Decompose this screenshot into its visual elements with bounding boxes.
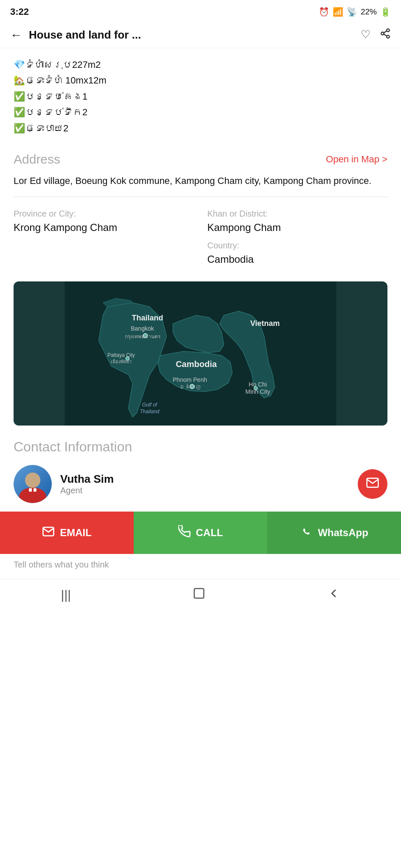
- nav-menu-button[interactable]: |||: [61, 588, 71, 602]
- svg-text:กรุงเทพมหานคร: กรุงเทพมหานคร: [125, 334, 161, 340]
- wifi-icon: 📶: [333, 7, 343, 17]
- svg-line-4: [384, 31, 387, 33]
- district-label: Khan or District:: [208, 209, 388, 219]
- address-section-title: Address: [14, 152, 60, 167]
- svg-text:Pattaya City: Pattaya City: [107, 352, 135, 358]
- email-btn-label: EMAIL: [60, 527, 92, 539]
- svg-text:ភ្នំពេញ: ភ្នំពេញ: [179, 384, 201, 390]
- province-value: Krong Kampong Cham: [14, 220, 201, 235]
- address-section-header: Address Open in Map >: [14, 152, 387, 167]
- battery-icon: 🔋: [380, 7, 391, 17]
- contact-role: Agent: [60, 486, 349, 495]
- location-grid: Province or City: Krong Kampong Cham Kha…: [14, 204, 387, 271]
- status-icons: ⏰ 📶 📡 22% 🔋: [319, 7, 391, 17]
- whatsapp-button[interactable]: WhatsApp: [267, 512, 401, 554]
- alarm-icon: ⏰: [319, 7, 329, 17]
- property-item-3: ✅បន្ទប់ទឹក2: [14, 104, 387, 120]
- call-btn-icon: [178, 525, 191, 541]
- svg-text:Gulf of: Gulf of: [142, 402, 158, 408]
- header-actions: ♡: [361, 28, 391, 42]
- email-round-button[interactable]: [358, 469, 387, 499]
- contact-card: Vutha Sim Agent: [14, 465, 387, 503]
- status-time: 3:22: [10, 6, 29, 17]
- property-item-1: 🏡ផ្ទះទំហំ 10mx12m: [14, 72, 387, 88]
- open-map-link[interactable]: Open in Map >: [326, 154, 387, 165]
- svg-text:Minh City: Minh City: [245, 388, 270, 395]
- back-button[interactable]: ←: [10, 28, 22, 42]
- svg-text:Vietnam: Vietnam: [250, 319, 280, 328]
- status-bar: 3:22 ⏰ 📶 📡 22% 🔋: [0, 0, 401, 22]
- contact-section-title: Contact Information: [14, 439, 387, 455]
- email-button[interactable]: EMAIL: [0, 512, 134, 554]
- email-icon: [366, 476, 379, 492]
- nav-back-button[interactable]: [327, 587, 340, 603]
- property-item-4: ✅ផ្ទះបាយ2: [14, 120, 387, 136]
- avatar-image: [14, 465, 52, 503]
- district-country-cell: Khan or District: Kampong Cham Country: …: [201, 204, 388, 271]
- map-container[interactable]: Thailand Bangkok กรุงเทพมหานคร Vietnam P…: [14, 281, 387, 426]
- favorite-button[interactable]: ♡: [361, 28, 370, 42]
- tell-others-text: Tell others what you think: [0, 554, 401, 576]
- country-label: Country:: [208, 241, 388, 250]
- full-address: Lor Ed village, Boeung Kok commune, Kamp…: [14, 173, 387, 188]
- svg-text:Thailand: Thailand: [140, 409, 159, 415]
- call-button[interactable]: CALL: [134, 512, 267, 554]
- province-cell: Province or City: Krong Kampong Cham: [14, 204, 201, 271]
- signal-icon: 📡: [347, 7, 357, 17]
- svg-rect-28: [194, 589, 204, 598]
- share-button[interactable]: [380, 28, 391, 42]
- property-item-2: ✅បន្ទប់គេង1: [14, 89, 387, 104]
- call-btn-label: CALL: [196, 527, 223, 539]
- header: ← House and land for ... ♡: [0, 22, 401, 48]
- whatsapp-btn-label: WhatsApp: [318, 527, 368, 539]
- svg-point-25: [25, 473, 40, 488]
- country-value: Cambodia: [208, 252, 388, 267]
- property-features-list: 💎ទំហាំសរុប227m2 🏡ផ្ទះទំហំ 10mx12m ✅បន្ទប…: [14, 48, 387, 140]
- address-divider: [14, 197, 387, 197]
- contact-info: Vutha Sim Agent: [60, 473, 349, 495]
- svg-text:Phnom Penh: Phnom Penh: [173, 376, 207, 383]
- contact-name: Vutha Sim: [60, 473, 349, 486]
- page-title: House and land for ...: [29, 28, 354, 42]
- svg-text:Bangkok: Bangkok: [131, 325, 154, 332]
- svg-text:Ho Chi: Ho Chi: [249, 381, 267, 388]
- svg-text:Cambodia: Cambodia: [176, 359, 217, 369]
- navigation-bar: |||: [0, 579, 401, 610]
- contact-avatar: [14, 465, 52, 503]
- whatsapp-btn-icon: [300, 525, 313, 541]
- main-content: 💎ទំហាំសរុប227m2 🏡ផ្ទះទំហំ 10mx12m ✅បន្ទប…: [0, 48, 401, 503]
- svg-text:Thailand: Thailand: [132, 314, 163, 322]
- svg-line-3: [384, 34, 387, 36]
- svg-rect-27: [32, 488, 34, 495]
- action-buttons-bar: EMAIL CALL WhatsApp: [0, 512, 401, 554]
- province-label: Province or City:: [14, 209, 201, 219]
- svg-text:เมืองพัทยา: เมืองพัทยา: [111, 359, 132, 364]
- district-value: Kampong Cham: [208, 220, 388, 235]
- nav-home-button[interactable]: [193, 587, 205, 603]
- property-item-0: 💎ទំហាំសរុប227m2: [14, 57, 387, 72]
- battery-level: 22%: [361, 7, 377, 17]
- email-btn-icon: [42, 525, 55, 541]
